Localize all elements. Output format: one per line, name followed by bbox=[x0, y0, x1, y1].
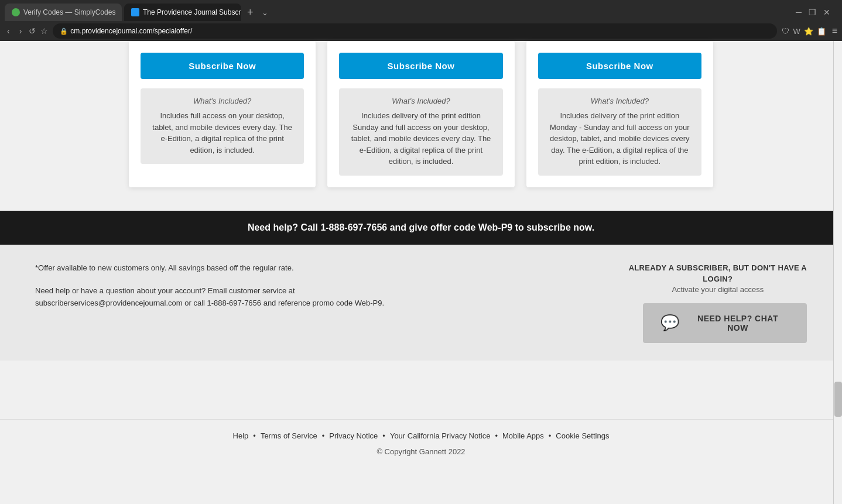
address-url: cm.providencejournal.com/specialoffer/ bbox=[70, 27, 192, 35]
whats-included-text-1: Includes full access on your desktop, ta… bbox=[150, 110, 295, 156]
copyright-text: © Copyright Gannett 2022 bbox=[12, 447, 830, 456]
activate-text: Activate your digital access bbox=[629, 285, 807, 294]
lock-icon: 🔒 bbox=[60, 28, 68, 35]
scrollbar-thumb[interactable] bbox=[834, 382, 842, 417]
whats-included-title-2: What's Included? bbox=[348, 97, 493, 105]
tab-bar: Verify Codes — SimplyCodes The Providenc… bbox=[0, 0, 842, 21]
page-content: Subscribe Now What's Included? Includes … bbox=[0, 41, 842, 468]
info-section: *Offer available to new customers only. … bbox=[0, 245, 842, 361]
tos-link[interactable]: Terms of Service bbox=[261, 431, 317, 440]
spacer bbox=[0, 361, 842, 419]
address-input[interactable]: 🔒 cm.providencejournal.com/specialoffer/ bbox=[53, 23, 777, 39]
tab-1-favicon bbox=[12, 8, 20, 16]
help-banner-text: Need help? Call 1-888-697-7656 and give … bbox=[248, 222, 594, 232]
forward-button[interactable]: › bbox=[17, 25, 25, 37]
tab-2-favicon bbox=[131, 8, 139, 16]
subscriber-heading-line2: LOGIN? bbox=[629, 273, 807, 285]
help-link[interactable]: Help bbox=[233, 431, 249, 440]
cookie-settings-link[interactable]: Cookie Settings bbox=[556, 431, 609, 440]
info-left: *Offer available to new customers only. … bbox=[35, 262, 386, 310]
whats-included-box-2: What's Included? Includes delivery of th… bbox=[339, 88, 502, 176]
ca-privacy-link[interactable]: Your California Privacy Notice bbox=[390, 431, 490, 440]
whats-included-box-1: What's Included? Includes full access on… bbox=[141, 88, 304, 164]
chat-icon: 💬 bbox=[660, 314, 679, 332]
whats-included-text-3: Includes delivery of the print edition M… bbox=[547, 110, 692, 167]
window-controls: ─ ❐ ✕ bbox=[793, 8, 837, 17]
bookmark-button[interactable]: ☆ bbox=[40, 26, 48, 36]
info-right: ALREADY A SUBSCRIBER, BUT DON'T HAVE A L… bbox=[629, 262, 807, 343]
help-banner: Need help? Call 1-888-697-7656 and give … bbox=[0, 211, 842, 245]
help-contact-text: Need help or have a question about your … bbox=[35, 285, 386, 310]
dot-1: • bbox=[253, 431, 256, 440]
extension-2[interactable]: W bbox=[793, 27, 800, 36]
collapse-tabs-icon[interactable]: ⌄ bbox=[262, 8, 268, 17]
scrollbar[interactable] bbox=[833, 41, 842, 504]
minimize-button[interactable]: ─ bbox=[793, 8, 804, 17]
mobile-apps-link[interactable]: Mobile Apps bbox=[502, 431, 544, 440]
tab-2[interactable]: The Providence Journal Subscripti... × bbox=[124, 4, 241, 21]
whats-included-box-3: What's Included? Includes delivery of th… bbox=[538, 88, 701, 176]
extension-3[interactable]: ⭐ bbox=[804, 27, 813, 36]
subscribe-button-2[interactable]: Subscribe Now bbox=[339, 53, 502, 79]
footer: Help • Terms of Service • Privacy Notice… bbox=[0, 419, 842, 468]
refresh-button[interactable]: ↺ bbox=[29, 26, 36, 36]
new-tab-button[interactable]: + bbox=[244, 6, 257, 19]
dot-3: • bbox=[382, 431, 385, 440]
extension-1[interactable]: 🛡 bbox=[782, 27, 789, 36]
offer-notice: *Offer available to new customers only. … bbox=[35, 262, 386, 274]
chat-now-button[interactable]: 💬 NEED HELP? CHAT NOW bbox=[643, 303, 807, 343]
dot-5: • bbox=[549, 431, 552, 440]
card-3: Subscribe Now What's Included? Includes … bbox=[526, 41, 713, 187]
subscribe-button-3[interactable]: Subscribe Now bbox=[538, 53, 701, 79]
browser-chrome: Verify Codes — SimplyCodes The Providenc… bbox=[0, 0, 842, 41]
close-button[interactable]: ✕ bbox=[821, 8, 833, 17]
dot-2: • bbox=[322, 431, 325, 440]
menu-button[interactable]: ≡ bbox=[832, 26, 837, 36]
privacy-link[interactable]: Privacy Notice bbox=[329, 431, 378, 440]
tab-1-label: Verify Codes — SimplyCodes bbox=[23, 8, 115, 16]
subscriber-heading-line1: ALREADY A SUBSCRIBER, BUT DON'T HAVE A bbox=[629, 262, 807, 274]
cards-section: Subscribe Now What's Included? Includes … bbox=[0, 41, 842, 211]
back-button[interactable]: ‹ bbox=[5, 25, 12, 37]
card-2: Subscribe Now What's Included? Includes … bbox=[327, 41, 514, 187]
whats-included-title-3: What's Included? bbox=[547, 97, 692, 105]
tab-2-label: The Providence Journal Subscripti... bbox=[143, 8, 241, 16]
subscribe-button-1[interactable]: Subscribe Now bbox=[141, 53, 304, 79]
dot-4: • bbox=[495, 431, 498, 440]
address-bar: ‹ › ↺ ☆ 🔒 cm.providencejournal.com/speci… bbox=[0, 21, 842, 41]
whats-included-title-1: What's Included? bbox=[150, 97, 295, 105]
tab-1[interactable]: Verify Codes — SimplyCodes bbox=[5, 4, 122, 21]
extension-4[interactable]: 📋 bbox=[817, 27, 826, 36]
footer-links: Help • Terms of Service • Privacy Notice… bbox=[12, 431, 830, 440]
whats-included-text-2: Includes delivery of the print edition S… bbox=[348, 110, 493, 167]
browser-extensions: 🛡 W ⭐ 📋 ≡ bbox=[782, 26, 837, 36]
card-1: Subscribe Now What's Included? Includes … bbox=[129, 41, 316, 187]
restore-button[interactable]: ❐ bbox=[806, 8, 819, 17]
chat-button-label: NEED HELP? CHAT NOW bbox=[686, 314, 789, 332]
